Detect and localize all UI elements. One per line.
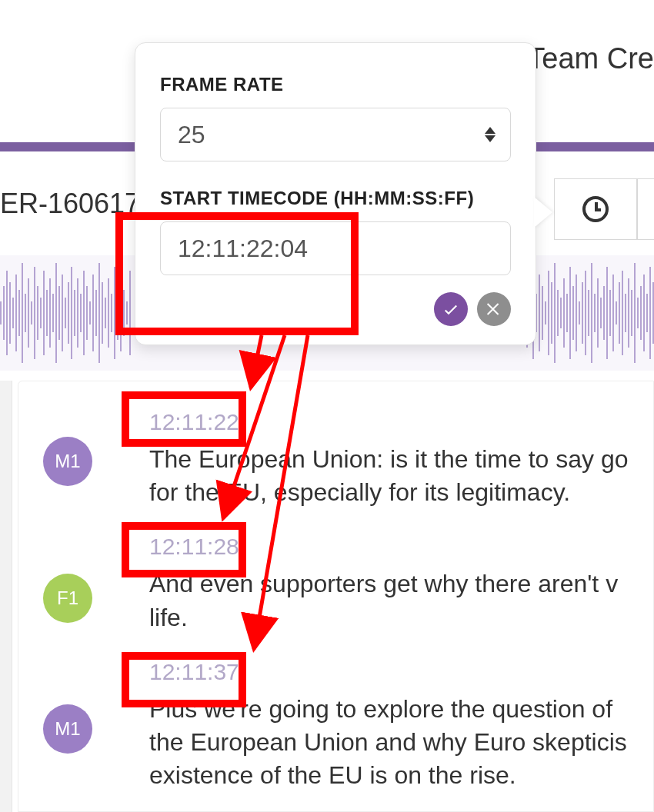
svg-rect-67 — [597, 278, 599, 348]
close-icon — [485, 300, 503, 318]
svg-rect-71 — [609, 290, 611, 336]
start-timecode-input[interactable]: 12:11:22:04 — [160, 221, 511, 275]
svg-rect-80 — [637, 298, 639, 328]
segment-timestamp[interactable]: 12:11:37 — [149, 659, 239, 685]
svg-rect-37 — [114, 267, 115, 359]
svg-rect-21 — [65, 298, 66, 328]
svg-rect-7 — [22, 263, 23, 363]
svg-rect-77 — [628, 278, 629, 348]
transcript-gutter — [0, 381, 12, 812]
confirm-button[interactable] — [434, 292, 468, 326]
svg-rect-60 — [576, 275, 577, 351]
segment-text-line[interactable]: existence of the EU is on the rise. — [149, 759, 653, 792]
transcript-segment: 12:11:22The European Union: is it the ti… — [18, 397, 653, 521]
segment-text-line[interactable]: the European Union and why Euro skeptici… — [149, 726, 653, 759]
transcript-panel: 12:11:22The European Union: is it the ti… — [18, 381, 654, 812]
svg-rect-59 — [572, 286, 574, 340]
svg-rect-57 — [566, 294, 568, 332]
svg-rect-49 — [542, 286, 543, 340]
segment-timestamp[interactable]: 12:11:28 — [149, 534, 239, 560]
svg-rect-20 — [62, 275, 63, 351]
svg-rect-82 — [643, 275, 645, 351]
svg-rect-39 — [120, 275, 122, 351]
svg-rect-56 — [563, 278, 565, 348]
svg-rect-66 — [594, 294, 596, 332]
svg-rect-9 — [28, 278, 29, 348]
speaker-badge[interactable]: M1 — [43, 437, 92, 486]
svg-rect-18 — [55, 263, 57, 363]
svg-rect-81 — [640, 286, 642, 340]
svg-rect-69 — [603, 286, 605, 340]
svg-rect-76 — [625, 294, 626, 332]
svg-rect-13 — [40, 298, 42, 328]
team-link[interactable]: Team Cre — [527, 42, 654, 75]
svg-rect-52 — [551, 282, 552, 344]
svg-rect-11 — [34, 267, 35, 359]
svg-rect-10 — [31, 301, 32, 324]
segment-text-line[interactable]: for the EU, especially for its legitimac… — [149, 476, 653, 509]
segment-text-line[interactable]: The European Union: is it the time to sa… — [149, 443, 653, 476]
clock-icon — [582, 196, 609, 222]
svg-rect-3 — [9, 282, 11, 344]
svg-rect-6 — [18, 290, 20, 336]
svg-rect-8 — [25, 294, 26, 332]
svg-rect-28 — [86, 286, 88, 340]
segment-text-line[interactable]: life. — [149, 601, 653, 634]
svg-rect-65 — [591, 263, 592, 363]
svg-rect-35 — [108, 278, 109, 348]
svg-rect-63 — [585, 271, 586, 355]
segment-timestamp[interactable]: 12:11:22 — [149, 409, 239, 435]
speaker-badge[interactable]: F1 — [43, 574, 92, 623]
svg-rect-62 — [582, 282, 583, 344]
svg-rect-41 — [126, 301, 128, 324]
svg-rect-16 — [49, 278, 51, 348]
toolbar-extra-button[interactable] — [637, 178, 654, 240]
svg-rect-84 — [649, 267, 651, 359]
transcript-segment: 12:11:37Plus we're going to explore the … — [18, 647, 653, 805]
svg-rect-74 — [619, 282, 620, 344]
svg-rect-40 — [123, 290, 125, 336]
svg-rect-22 — [68, 282, 69, 344]
svg-rect-36 — [111, 294, 112, 332]
svg-rect-15 — [46, 290, 48, 336]
svg-rect-72 — [612, 275, 614, 351]
svg-rect-5 — [15, 275, 17, 351]
svg-rect-38 — [117, 286, 118, 340]
svg-rect-23 — [71, 267, 72, 359]
svg-rect-48 — [539, 275, 540, 351]
svg-rect-17 — [52, 294, 54, 332]
svg-rect-4 — [12, 298, 14, 328]
svg-rect-1 — [3, 286, 5, 340]
svg-rect-83 — [646, 294, 648, 332]
svg-rect-26 — [80, 294, 82, 332]
segment-text-line[interactable]: Plus we're going to explore the question… — [149, 693, 653, 726]
svg-rect-32 — [98, 263, 100, 363]
svg-rect-33 — [102, 282, 103, 344]
svg-rect-68 — [600, 298, 602, 328]
svg-rect-29 — [89, 301, 91, 324]
svg-rect-0 — [0, 301, 2, 324]
svg-rect-14 — [43, 271, 45, 355]
svg-rect-53 — [554, 263, 556, 363]
svg-rect-79 — [634, 263, 636, 363]
svg-rect-25 — [77, 278, 78, 348]
svg-rect-24 — [74, 290, 75, 336]
timecode-settings-button[interactable] — [554, 178, 637, 240]
frame-rate-value: 25 — [178, 121, 205, 149]
cancel-button[interactable] — [477, 292, 511, 326]
speaker-badge[interactable]: M1 — [43, 704, 92, 754]
select-caret-icon — [485, 127, 496, 142]
svg-rect-73 — [616, 301, 617, 324]
segment-text-line[interactable]: And even supporters get why there aren't… — [149, 567, 653, 601]
svg-rect-75 — [622, 271, 623, 355]
popover-arrow-icon — [534, 197, 552, 228]
svg-rect-42 — [129, 271, 131, 355]
svg-rect-31 — [95, 290, 97, 336]
svg-rect-27 — [83, 271, 85, 355]
svg-rect-51 — [548, 271, 549, 355]
svg-rect-64 — [588, 290, 589, 336]
svg-rect-19 — [58, 286, 60, 340]
start-timecode-label: START TIMECODE (HH:MM:SS:FF) — [160, 188, 511, 209]
frame-rate-select[interactable]: 25 — [160, 108, 511, 161]
transcript-segment: 12:11:28And even supporters get why ther… — [18, 521, 653, 646]
